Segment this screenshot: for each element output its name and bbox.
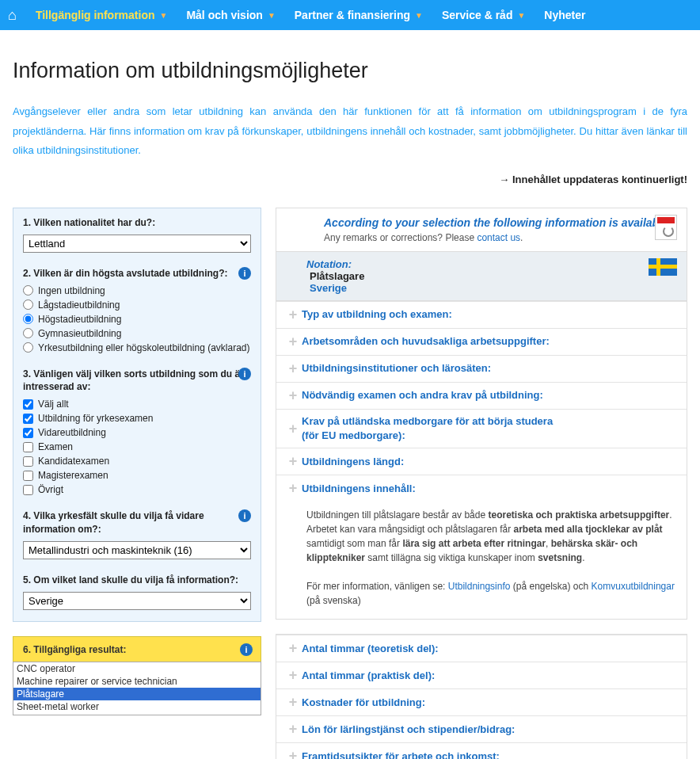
accordion-item: +Lön för lärlingstjänst och stipendier/b… [276,715,687,742]
update-note: → Innehållet uppdateras kontinuerligt! [13,174,687,185]
main-content: According to your selection the followin… [276,208,687,759]
info-icon[interactable]: i [238,267,251,280]
contact-link[interactable]: contact us [477,232,520,243]
chevron-down-icon: ▼ [517,11,525,20]
accordion-header[interactable]: +Kostnader för utbildning: [276,689,687,715]
checkbox-option[interactable]: Vidareutbildning [23,427,251,438]
accordion-item: +Antal timmar (praktisk del): [276,662,687,688]
filter-panel: 1. Vilken nationalitet har du?: Lettland… [13,208,261,622]
q3-label: 3. Vänligen välj vilken sorts utbildning… [23,368,251,395]
accordion-item: +Typ av utbildning och examen: [276,301,687,328]
accordion-title: Krav på utländska medborgare för att bör… [302,414,553,443]
accordion-header[interactable]: +Antal timmar (praktisk del): [276,662,687,688]
accordion-title: Framtidsutsikter för arbete och inkomst: [302,749,500,759]
page-container: Information om utbildningsmöjligheter Av… [0,30,700,759]
nav-item[interactable]: Mål och vision▼ [177,0,284,30]
radio-input[interactable] [23,328,33,338]
nav-item[interactable]: Tillgänglig information▼ [26,0,177,30]
notation-box: Notation: Plåtslagare Sverige [276,251,687,301]
accordion-item: +Antal timmar (teoretisk del): [276,635,687,662]
radio-option[interactable]: Gymnasieutbildning [23,328,251,339]
accordion-header[interactable]: +Antal timmar (teoretisk del): [276,635,687,662]
chevron-down-icon: ▼ [415,11,423,20]
radio-input[interactable] [23,314,33,324]
radio-input[interactable] [23,285,33,296]
checkbox-option[interactable]: Övrigt [23,484,251,495]
info-icon[interactable]: i [238,368,251,380]
accordion-header[interactable]: +Utbildningens längd: [276,448,687,475]
plus-icon: + [284,334,302,350]
checkbox-option[interactable]: Kandidatexamen [23,456,251,467]
checkbox-option[interactable]: Examen [23,441,251,452]
accordion-title: Lön för lärlingstjänst och stipendier/bi… [302,723,515,737]
home-icon[interactable]: ⌂ [8,7,17,24]
accordion-title: Antal timmar (praktisk del): [302,669,435,683]
checkbox-input[interactable] [23,485,33,495]
checkbox-option[interactable]: Utbildning för yrkesexamen [23,413,251,424]
plus-icon: + [284,307,302,323]
accordion-title: Utbildningsinstitutioner och lärosäten: [302,361,491,376]
accordion-item-expanded: + Utbildningens innehåll: Utbildningen t… [276,475,687,619]
plus-icon: + [284,421,302,437]
accordion-title: Arbetsområden och huvudsakliga arbetsupp… [302,334,550,349]
accordion-header[interactable]: +Typ av utbildning och examen: [276,302,687,328]
nav-item[interactable]: Partner & finansiering▼ [285,0,432,30]
accordion-title: Utbildningens innehåll: [302,482,416,496]
accordion-header[interactable]: +Nödvändig examen och andra krav på utbi… [276,383,687,409]
main-panel-2: +Antal timmar (teoretisk del):+Antal tim… [276,634,687,759]
radio-input[interactable] [23,299,33,310]
checkbox-input[interactable] [23,471,33,481]
radio-option[interactable]: Högstadieutbildning [23,314,251,325]
top-nav: ⌂ Tillgänglig information▼Mål och vision… [0,0,700,30]
radio-input[interactable] [23,342,33,353]
result-row[interactable]: Sheet-metal worker [13,700,261,713]
accordion-title: Antal timmar (teoretisk del): [302,642,439,656]
plus-icon: + [284,694,302,711]
filter-education: 2. Vilken är din högsta avslutade utbild… [23,267,251,353]
field-select[interactable]: Metallindustri och maskinteknik (16) [23,541,251,559]
accordion-header[interactable]: +Arbetsområden och huvudsakliga arbetsup… [276,329,687,355]
nav-item[interactable]: Nyheter [535,0,595,30]
radio-option[interactable]: Yrkesutbildning eller högskoleutbildning… [23,342,251,353]
radio-option[interactable]: Ingen utbildning [23,285,251,296]
nav-item[interactable]: Service & råd▼ [432,0,535,30]
checkbox-option[interactable]: Välj allt [23,399,251,410]
checkbox-input[interactable] [23,442,33,452]
results-list[interactable]: CNC operatorMachine repairer or service … [13,662,261,715]
accordion-item: +Framtidsutsikter för arbete och inkomst… [276,742,687,759]
result-row[interactable]: Machine repairer or service technician [13,675,261,688]
accordion-item: +Kostnader för utbildning: [276,688,687,715]
accordion-header[interactable]: +Lön för lärlingstjänst och stipendier/b… [276,716,687,742]
accordion-item: +Utbildningens längd: [276,448,687,475]
checkbox-input[interactable] [23,399,33,410]
flag-sweden-icon [649,258,677,276]
plus-icon: + [284,640,302,657]
info-icon[interactable]: i [240,643,253,656]
accordion-title: Kostnader för utbildning: [302,696,425,710]
accordion-item: +Nödvändig examen och andra krav på utbi… [276,382,687,409]
checkbox-option[interactable]: Magisterexamen [23,470,251,481]
nationality-select[interactable]: Lettland [23,235,251,253]
notation-name: Plåtslagare [310,270,675,282]
accordion-title: Utbildningens längd: [302,455,404,469]
accordion-header[interactable]: + Utbildningens innehåll: [276,475,687,502]
pdf-icon[interactable] [655,215,677,240]
q6-label: 6. Tillgängliga resultat: [23,644,126,655]
page-title: Information om utbildningsmöjligheter [13,59,687,83]
q2-label: 2. Vilken är din högsta avslutade utbild… [23,267,251,280]
checkbox-input[interactable] [23,456,33,467]
accordion-header[interactable]: +Utbildningsinstitutioner och lärosäten: [276,356,687,382]
accordion-header[interactable]: +Krav på utländska medborgare för att bö… [276,410,687,448]
accordion-header[interactable]: +Framtidsutsikter för arbete och inkomst… [276,743,687,759]
country-select[interactable]: Sverige [23,592,251,610]
notation-label: Notation: [306,258,675,270]
checkbox-input[interactable] [23,428,33,438]
result-row[interactable]: CNC operator [13,662,261,675]
result-row[interactable]: Plåtslagare [13,688,261,700]
results-header: 6. Tillgängliga resultat: i [13,636,261,662]
radio-option[interactable]: Lågstadieutbildning [23,299,251,311]
q4-label: 4. Vilka yrkesfält skulle du vilja få vi… [23,509,251,536]
filter-training-type: 3. Vänligen välj vilken sorts utbildning… [23,368,251,496]
checkbox-input[interactable] [23,414,33,424]
plus-icon: + [284,360,302,377]
